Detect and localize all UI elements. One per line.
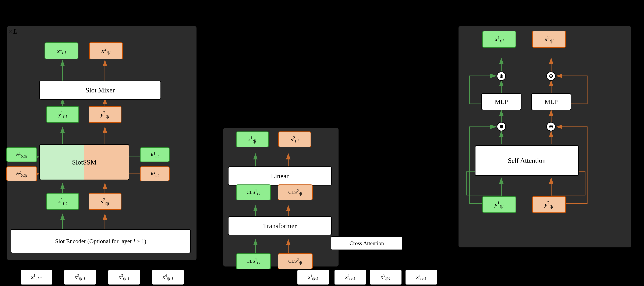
slot-ssm-label: SlotSSM [72, 158, 97, 166]
x-in-1-box: x1t|l-1 [20, 269, 53, 285]
plus-circle-lower-1: ⊕ [497, 122, 506, 131]
h-cur-2-box: h2t|l [140, 166, 170, 181]
right-container [458, 26, 632, 248]
x-out-2-box: x2t|l [89, 42, 123, 59]
slot-encoder-box: Slot Encoder (Optional for layer l > 1) [10, 229, 191, 253]
mlp-1-label: MLP [495, 98, 508, 105]
x-out-1-label: x1t|l [57, 47, 66, 55]
s1-box-mid: s1t|l [236, 132, 269, 147]
h-cur-1-label: h1t|l [151, 151, 159, 158]
slot-ssm-box: SlotSSM [39, 144, 129, 180]
y1-label-left: y1t|l [58, 110, 67, 119]
xb-3-box: x3t|l-1 [369, 269, 402, 285]
yr-1-box: y1t|l [482, 196, 516, 213]
cross-attention-label: Cross Attention [350, 240, 384, 246]
h-cur-1-box: h1t|l [140, 147, 170, 162]
s1-label-left: s1t|l [58, 197, 67, 206]
s2-label-left: s2t|l [101, 197, 109, 206]
xr-out-1-box: x1t|l [482, 31, 516, 48]
times-l-label: ×L [8, 28, 17, 36]
plus-circle-lower-2: ⊕ [546, 122, 556, 131]
x-in-4-box: x4t|l-1 [152, 269, 184, 285]
h-prev-2-label: h2t-1|l [16, 170, 27, 178]
slot-encoder-label: Slot Encoder (Optional for layer l > 1) [55, 238, 146, 245]
plus-circle-upper-2: ⊕ [546, 72, 556, 81]
cross-attention-box: Cross Attention [331, 236, 403, 250]
self-attention-box: Self Attention [475, 145, 579, 176]
cls-bot-2-box: CLS2t|l [278, 253, 313, 269]
linear-label: Linear [271, 172, 289, 180]
slot-mixer-box: Slot Mixer [39, 80, 161, 100]
x-out-2-label: x2t|l [102, 47, 110, 55]
transformer-label: Transformer [263, 222, 297, 230]
x-in-3-box: x3t|l-1 [108, 269, 140, 285]
xb-4-box: x4t|l-1 [405, 269, 438, 285]
transformer-box: Transformer [228, 216, 332, 235]
h-prev-1-label: h1t-1|l [16, 151, 27, 158]
s2-box-left: s2t|l [88, 193, 122, 210]
xb-2-box: x2t|l-1 [334, 269, 367, 285]
cls-top-1-box: CLS1t|l [236, 184, 271, 200]
plus-circle-upper-1: ⊕ [497, 72, 506, 81]
mlp-2-box: MLP [531, 93, 571, 110]
slot-mixer-label: Slot Mixer [86, 86, 115, 94]
x-out-1-box: x1t|l [44, 42, 78, 59]
h-prev-1-box: h1t-1|l [6, 147, 37, 162]
cls-bot-1-box: CLS1t|l [236, 253, 271, 269]
s1-box-left: s1t|l [46, 193, 79, 210]
y1-box-left: y1t|l [46, 106, 79, 123]
diagram-container: ×L Slot Mixer x1t|l x2t|l y1t|l y2t|l Sl… [0, 0, 644, 286]
cls-top-2-box: CLS2t|l [278, 184, 313, 200]
left-main-container [6, 26, 197, 261]
self-attention-label: Self Attention [508, 157, 546, 164]
linear-box: Linear [228, 166, 332, 186]
mlp-2-label: MLP [544, 98, 558, 105]
y2-box-left: y2t|l [88, 106, 122, 123]
mlp-1-box: MLP [481, 93, 522, 110]
yr-2-box: y2t|l [532, 196, 566, 213]
s2-box-mid: s2t|l [278, 132, 311, 147]
xb-1-box: x1t|l-1 [297, 269, 330, 285]
y2-label-left: y2t|l [101, 110, 109, 119]
h-cur-2-label: h2t|l [151, 170, 159, 178]
xr-out-2-box: x2t|l [532, 31, 566, 48]
h-prev-2-box: h2t-1|l [6, 166, 37, 181]
x-in-2-box: x2t|l-1 [64, 269, 96, 285]
